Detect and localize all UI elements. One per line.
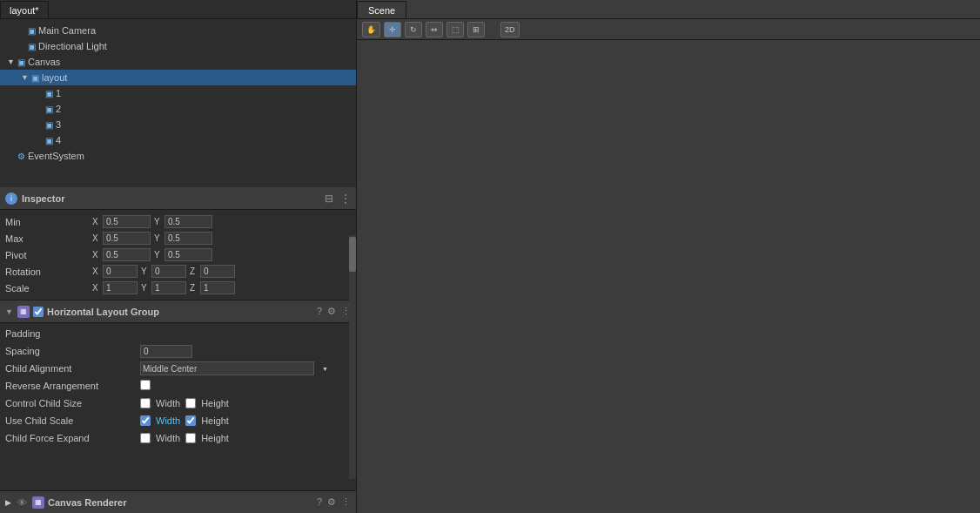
help-icon[interactable]: ? (317, 306, 322, 317)
rect-tool-btn[interactable]: ⬚ (446, 22, 464, 37)
hierarchy-item-canvas[interactable]: ▼ ▣ Canvas (0, 54, 356, 70)
use-child-scale-height-checkbox[interactable] (185, 415, 196, 426)
max-label: Max (5, 233, 92, 244)
component-expand-arrow[interactable]: ▼ (5, 307, 14, 316)
hierarchy-panel: ▣ Main Camera ▣ Directional Light ▼ ▣ Ca… (0, 19, 356, 187)
child-force-expand-width-checkbox[interactable] (140, 433, 151, 443)
child-force-expand-row: Child Force Expand Width Height (0, 429, 356, 447)
transform-row-rotation: Rotation X Y Z (0, 263, 356, 280)
width-label3: Width (156, 433, 180, 443)
obj-icon: ▣ (45, 136, 53, 145)
hand-tool-btn[interactable]: ✋ (362, 22, 380, 37)
scale-label: Scale (5, 283, 92, 294)
hierarchy-item-1[interactable]: ▣ 1 (0, 85, 356, 101)
child-alignment-dropdown-wrapper[interactable]: Upper Left Upper Center Upper Right Midd… (140, 361, 332, 375)
component-title: Horizontal Layout Group (47, 307, 159, 317)
control-child-size-height-checkbox[interactable] (185, 398, 196, 408)
transform-row-min: Min X Y (0, 213, 356, 230)
spacing-input[interactable] (140, 345, 192, 358)
scene-tab[interactable]: Scene (357, 1, 406, 18)
min-x-field[interactable] (103, 215, 151, 228)
child-force-expand-height-checkbox[interactable] (185, 433, 196, 443)
max-y-field[interactable] (164, 232, 212, 245)
y-axis-label: Y (154, 217, 163, 226)
more-options-icon[interactable]: ⋮ (340, 192, 351, 205)
component-icon: ▦ (17, 306, 30, 318)
hierarchy-item-label: 4 (56, 135, 61, 145)
pivot-label: Pivot (5, 250, 92, 260)
canvas-renderer-bar: ▶ 👁 ▦ Canvas Renderer ? ⚙ ⋮ (0, 490, 356, 513)
hierarchy-item-4[interactable]: ▣ 4 (0, 132, 356, 148)
transform-tool-btn[interactable]: ⊞ (467, 22, 485, 37)
scrollbar-thumb[interactable] (349, 237, 356, 272)
scale-x-field[interactable] (103, 281, 138, 294)
obj-icon: ▣ (45, 105, 53, 114)
min-label: Min (5, 217, 92, 227)
rotate-tool-btn[interactable]: ↻ (405, 22, 422, 37)
hierarchy-tab[interactable]: layout* (0, 1, 49, 18)
settings-icon[interactable]: ⚙ (327, 306, 336, 317)
rotation-z-field[interactable] (200, 265, 235, 278)
scale-z-field[interactable] (200, 281, 235, 294)
info-icon: i (5, 192, 17, 205)
width-label2: Width (156, 415, 180, 426)
hierarchy-item-eventsystem[interactable]: ⚙ EventSystem (0, 148, 356, 164)
child-alignment-select[interactable]: Upper Left Upper Center Upper Right Midd… (140, 361, 314, 375)
pivot-x-field[interactable] (103, 248, 151, 261)
scene-view: Scene ✋ ✛ ↻ ⇔ ⬚ ⊞ 2D (357, 0, 980, 513)
scale-y-field[interactable] (151, 281, 186, 294)
hierarchy-item-main-camera[interactable]: ▣ Main Camera (0, 23, 356, 38)
hierarchy-item-directional-light[interactable]: ▣ Directional Light (0, 38, 356, 54)
y-axis-label: Y (154, 233, 163, 243)
x-axis-label: X (92, 217, 101, 226)
eventsystem-icon: ⚙ (17, 152, 25, 161)
component-header-hlg: ▼ ▦ Horizontal Layout Group ? ⚙ ⋮ (0, 300, 356, 323)
cr-title: Canvas Renderer (48, 497, 127, 508)
control-child-size-width-checkbox[interactable] (140, 398, 151, 408)
scrollbar-track[interactable] (349, 235, 356, 479)
hierarchy-item-label: 3 (56, 119, 61, 130)
lock-icon[interactable]: ⊟ (325, 192, 333, 205)
scene-toolbar: ✋ ✛ ↻ ⇔ ⬚ ⊞ 2D (357, 19, 980, 40)
transform-row-scale: Scale X Y Z (0, 280, 356, 296)
cr-help-icon[interactable]: ? (317, 496, 322, 508)
hierarchy-item-3[interactable]: ▣ 3 (0, 117, 356, 132)
rotation-x-field[interactable] (103, 265, 138, 278)
cr-expand-arrow[interactable]: ▶ (5, 498, 14, 507)
rotation-y-field[interactable] (151, 265, 186, 278)
inspector-panel: i Inspector ⊟ ⋮ Min X Y (0, 187, 356, 513)
spacing-label: Spacing (5, 346, 140, 356)
max-x-field[interactable] (103, 232, 151, 245)
reverse-arrangement-label: Reverse Arrangement (5, 381, 140, 391)
use-child-scale-width-checkbox[interactable] (140, 415, 151, 426)
expand-arrow-icon: ▼ (7, 57, 17, 66)
inspector-title: Inspector (22, 193, 65, 204)
reverse-arrangement-row: Reverse Arrangement (0, 377, 356, 395)
hierarchy-tab-label: layout* (10, 5, 39, 16)
hierarchy-item-label: Directional Light (38, 41, 107, 51)
cr-more-icon[interactable]: ⋮ (341, 496, 351, 508)
hierarchy-item-label: 1 (56, 88, 61, 98)
obj-icon: ▣ (45, 120, 53, 130)
hierarchy-item-layout[interactable]: ▼ ▣ layout (0, 70, 356, 85)
rotation-label: Rotation (5, 267, 92, 277)
reverse-arrangement-checkbox[interactable] (140, 380, 151, 390)
height-label2: Height (201, 415, 229, 426)
move-tool-btn[interactable]: ✛ (384, 22, 401, 37)
x-axis-label: X (92, 283, 101, 293)
layout-icon: ▣ (31, 73, 39, 83)
scale-tool-btn[interactable]: ⇔ (426, 22, 443, 37)
width-label: Width (156, 398, 180, 408)
hierarchy-item-2[interactable]: ▣ 2 (0, 101, 356, 117)
cr-header-icons: ? ⚙ ⋮ (317, 496, 351, 508)
min-y-field[interactable] (164, 215, 212, 228)
hierarchy-item-label: Main Camera (38, 25, 96, 36)
cr-settings-icon[interactable]: ⚙ (327, 496, 336, 508)
x-axis-label: X (92, 267, 101, 276)
x-axis-label: X (92, 233, 101, 243)
eye-icon[interactable]: 👁 (17, 497, 27, 508)
view-perspective-btn[interactable]: 2D (500, 22, 520, 37)
pivot-y-field[interactable] (164, 248, 212, 261)
component-enabled-checkbox[interactable] (33, 307, 44, 317)
z-axis-label: Z (190, 283, 198, 293)
